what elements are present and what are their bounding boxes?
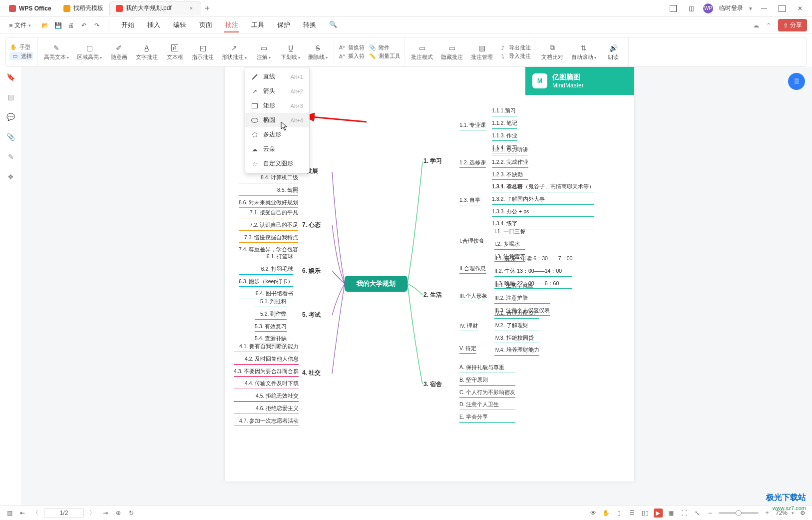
menu-convert[interactable]: 转换 — [302, 18, 317, 32]
dropdown-item-poly[interactable]: ⬠多边形 — [245, 127, 309, 142]
layout-icon[interactable]: ▦ — [667, 509, 676, 518]
edit-icon[interactable]: ✎ — [6, 152, 16, 162]
menu-tools[interactable]: 工具 — [250, 18, 265, 32]
present-icon[interactable]: ▶ — [654, 509, 663, 518]
badge-en: MindMaster — [552, 82, 584, 89]
layout-icon[interactable] — [667, 2, 679, 14]
layers-icon[interactable]: ❖ — [6, 172, 16, 182]
print-icon[interactable]: 🖨 — [67, 21, 75, 29]
zoom-slider[interactable] — [719, 512, 759, 514]
menu-insert[interactable]: 插入 — [146, 18, 161, 32]
tab-close-icon[interactable]: × — [188, 5, 195, 12]
dropdown-item-cloud[interactable]: ☁云朵 — [245, 142, 309, 156]
menu-edit[interactable]: 编辑 — [172, 18, 187, 32]
template-icon — [63, 5, 70, 12]
select-tool[interactable]: ▭选择 — [9, 52, 33, 60]
file-label: 文件 — [14, 21, 26, 29]
menu-start[interactable]: 开始 — [120, 18, 135, 32]
hand-icon[interactable]: ✋ — [602, 509, 611, 518]
fit-width-icon[interactable]: ⛶ — [680, 509, 689, 518]
note-button[interactable]: ▭注解 — [253, 42, 275, 62]
undo-icon[interactable]: ↶ — [80, 21, 88, 29]
text-annot-button[interactable]: A̲文字批注 — [134, 42, 160, 62]
tab-active-document[interactable]: 我的大学规划.pdf × — [109, 1, 201, 15]
window-close-button[interactable]: ✕ — [794, 2, 806, 14]
open-icon[interactable]: 📂 — [41, 21, 49, 29]
zoom-out-icon[interactable]: − — [706, 509, 715, 518]
highlight-text-button[interactable]: ✎高亮文本 — [42, 42, 71, 62]
mindmap-leaf: 8.4. 计算机二级 — [239, 173, 298, 183]
export-annot-button[interactable]: ⤴导出批注 — [499, 44, 531, 51]
prev-page-icon[interactable]: 〈 — [31, 509, 40, 518]
fullscreen-icon[interactable]: ⤡ — [693, 509, 702, 518]
auto-scroll-button[interactable]: ⇅自动滚动 — [569, 42, 598, 62]
single-page-icon[interactable]: ▯ — [615, 509, 624, 518]
canvas[interactable]: 直线Alt+1↗箭头Alt+2矩形Alt+3椭圆Alt+4⬠多边形☁云朵☆自定义… — [22, 67, 812, 505]
mindmap-leaf: I.1. 一日三餐 — [494, 227, 525, 237]
dropdown-item-rect[interactable]: 矩形Alt+3 — [245, 98, 309, 113]
attach-button[interactable]: 📎附件 — [369, 44, 401, 51]
tab-add-button[interactable]: ＋ — [201, 3, 213, 13]
cloud-icon[interactable]: ☁ — [753, 22, 759, 29]
hide-annot-button[interactable]: ▭隐藏批注 — [439, 42, 465, 62]
underline-button[interactable]: U̲下划线 — [279, 42, 302, 62]
caret-down-icon[interactable]: ▾ — [749, 5, 752, 12]
dropdown-shortcut: Alt+1 — [291, 74, 303, 80]
hand-tool[interactable]: ✋手型 — [9, 43, 33, 51]
page-input[interactable]: 1/2 — [44, 508, 84, 518]
branch-social: 4. 社交 — [302, 369, 321, 377]
callout-button[interactable]: ◱指示批注 — [190, 42, 216, 62]
menu-annotate[interactable]: 批注 — [224, 18, 239, 32]
comment-icon[interactable]: 💬 — [6, 112, 16, 122]
next-page-icon[interactable]: 〉 — [88, 509, 97, 518]
bookmark-icon[interactable]: 🔖 — [6, 72, 16, 82]
dropdown-item-star[interactable]: ☆自定义图形 — [245, 156, 309, 171]
assistant-float-button[interactable]: ☰ — [788, 73, 805, 90]
shape-annot-button[interactable]: ↗形状批注 — [220, 42, 249, 62]
eye-icon[interactable]: 👁 — [589, 509, 598, 518]
redo-icon[interactable]: ↷ — [93, 21, 101, 29]
caret-down-icon[interactable]: ▾ — [792, 511, 794, 516]
thumbnail-icon[interactable]: ▤ — [6, 92, 16, 102]
annot-mgr-button[interactable]: ▤批注管理 — [469, 42, 495, 62]
cube-icon[interactable]: ◫ — [685, 2, 697, 14]
menu-search-icon[interactable]: 🔍 — [328, 18, 338, 32]
avatar[interactable]: WP — [703, 3, 713, 13]
insert-char-button[interactable]: A^插入符 — [338, 52, 365, 60]
window-minimize-button[interactable]: — — [758, 2, 770, 14]
textbox-button[interactable]: 🄰文本框 — [164, 42, 186, 62]
freehand-button[interactable]: ✐随意画 — [108, 42, 130, 62]
measure-button[interactable]: 📏测量工具 — [369, 52, 401, 60]
continuous-icon[interactable]: ☰ — [628, 509, 637, 518]
read-aloud-button[interactable]: 🔊朗读 — [602, 42, 624, 62]
doc-compare-button[interactable]: ⧉文档比对 — [539, 42, 565, 62]
pdf-icon — [116, 5, 123, 12]
two-page-icon[interactable]: ▯▯ — [641, 509, 650, 518]
menu-page[interactable]: 页面 — [198, 18, 213, 32]
window-maximize-button[interactable] — [776, 2, 788, 14]
import-annot-button[interactable]: ⤵导入批注 — [499, 52, 531, 60]
last-page-icon[interactable]: ⇥ — [101, 509, 110, 518]
area-highlight-button[interactable]: ▢区域高亮 — [75, 42, 104, 62]
menu-protect[interactable]: 保护 — [276, 18, 291, 32]
annot-mode-button[interactable]: ▭批注模式 — [409, 42, 435, 62]
sub-2-3: III.个人形象 — [459, 292, 487, 301]
share-button[interactable]: ⇧ 分享 — [778, 19, 807, 31]
rotate-icon[interactable]: ↻ — [127, 509, 136, 518]
login-link[interactable]: 临时登录 — [719, 4, 743, 12]
tab-templates[interactable]: 找稻壳模板 — [57, 1, 109, 15]
dropdown-item-arrow[interactable]: ↗箭头Alt+2 — [245, 84, 309, 98]
collapse-ribbon-icon[interactable]: ⌃ — [766, 22, 771, 29]
strike-button[interactable]: S̶删除线 — [306, 42, 330, 62]
dropdown-item-line[interactable]: 直线Alt+1 — [245, 69, 309, 84]
file-menu-button[interactable]: ≡ 文件 ▾ — [5, 19, 35, 31]
tab-wps-home[interactable]: WPS Office — [3, 1, 57, 15]
dropdown-item-ellipse[interactable]: 椭圆Alt+4 — [245, 113, 309, 127]
replace-button[interactable]: Aᵇ替换符 — [338, 44, 365, 51]
first-page-icon[interactable]: ⇤ — [18, 509, 27, 518]
save-icon[interactable]: 💾 — [54, 21, 62, 29]
zoom-in-icon[interactable]: ＋ — [763, 509, 772, 518]
sidebar-toggle-icon[interactable]: ▥ — [5, 509, 14, 518]
zoom-fit-icon[interactable]: ⊕ — [114, 509, 123, 518]
attachment-icon[interactable]: 📎 — [6, 132, 16, 142]
